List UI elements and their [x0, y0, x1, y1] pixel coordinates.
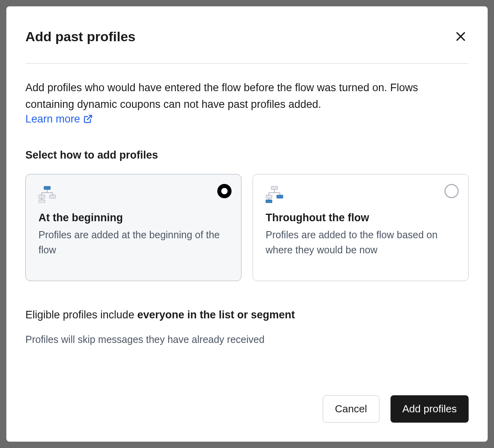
eligible-profiles-text: Eligible profiles include everyone in th…	[25, 309, 469, 321]
add-past-profiles-modal: Add past profiles Add profiles who would…	[6, 6, 488, 442]
skip-note: Profiles will skip messages they have al…	[25, 334, 469, 345]
option-title: Throughout the flow	[266, 212, 456, 224]
cancel-button[interactable]: Cancel	[323, 395, 379, 423]
option-throughout-flow[interactable]: Throughout the flow Profiles are added t…	[253, 174, 469, 281]
option-description: Profiles are added to the flow based on …	[266, 227, 456, 258]
add-profiles-button[interactable]: Add profiles	[391, 395, 469, 423]
option-at-beginning[interactable]: At the beginning Profiles are added at t…	[25, 174, 241, 281]
svg-rect-9	[50, 195, 56, 198]
flow-beginning-icon	[38, 186, 56, 203]
eligible-prefix: Eligible profiles include	[25, 309, 137, 321]
svg-rect-17	[266, 195, 272, 198]
option-description: Profiles are added at the beginning of t…	[38, 227, 228, 258]
learn-more-label: Learn more	[25, 113, 80, 125]
external-link-icon	[83, 114, 93, 124]
flow-throughout-icon	[266, 186, 283, 203]
svg-rect-8	[38, 195, 45, 198]
select-method-heading: Select how to add profiles	[25, 149, 469, 161]
radio-unselected	[444, 184, 459, 198]
eligible-bold: everyone in the list or segment	[137, 309, 295, 321]
learn-more-link[interactable]: Learn more	[25, 113, 93, 125]
modal-footer: Cancel Add profiles	[25, 395, 469, 423]
modal-title: Add past profiles	[25, 29, 136, 44]
radio-selected	[217, 184, 232, 198]
option-title: At the beginning	[38, 212, 228, 224]
modal-header: Add past profiles	[25, 29, 469, 64]
modal-description: Add profiles who would have entered the …	[25, 80, 469, 113]
close-icon	[454, 30, 467, 43]
close-button[interactable]	[453, 29, 469, 44]
svg-rect-3	[44, 186, 50, 190]
svg-rect-18	[277, 195, 283, 198]
svg-rect-20	[266, 200, 272, 203]
svg-line-2	[87, 115, 92, 120]
svg-rect-12	[271, 186, 278, 190]
modal-body: Add profiles who would have entered the …	[25, 64, 469, 395]
options-grid: At the beginning Profiles are added at t…	[25, 174, 469, 281]
svg-rect-11	[38, 200, 45, 203]
